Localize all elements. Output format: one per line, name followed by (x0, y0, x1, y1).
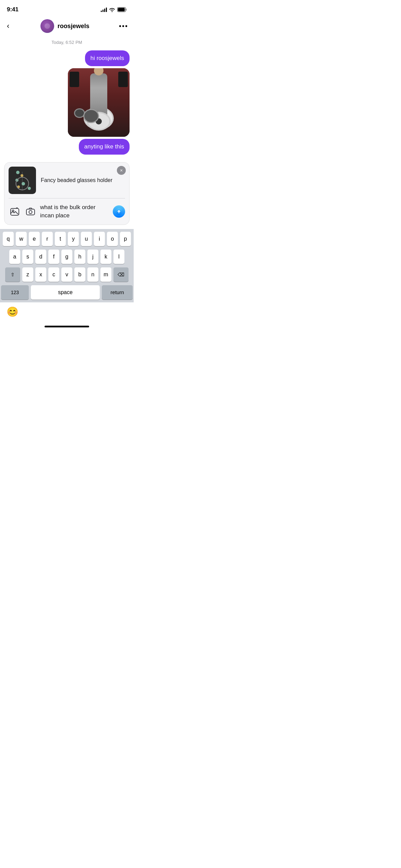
photo-library-button[interactable] (9, 205, 21, 218)
emoji-button[interactable]: 😊 (5, 305, 19, 319)
keyboard-row-2: a s d f g h j k l (1, 250, 133, 264)
key-f[interactable]: f (48, 250, 59, 264)
battery-icon (117, 7, 127, 12)
numbers-key[interactable]: 123 (1, 285, 29, 300)
keyboard-row-3: ⇧ z x c v b n m ⌫ (1, 267, 133, 282)
contact-username[interactable]: roosjewels (58, 23, 89, 30)
message-input[interactable]: what is the bulk order incan place (40, 202, 109, 221)
key-n[interactable]: n (87, 267, 98, 282)
key-p[interactable]: p (120, 232, 131, 246)
key-w[interactable]: w (16, 232, 27, 246)
camera-button[interactable] (24, 205, 37, 218)
timestamp: Today, 6:52 PM (4, 40, 130, 45)
return-key[interactable]: return (102, 285, 133, 300)
send-button[interactable] (113, 205, 125, 218)
chat-area: Today, 6:52 PM hi roosjewels a (0, 36, 134, 157)
key-r[interactable]: r (42, 232, 53, 246)
key-v[interactable]: v (61, 267, 72, 282)
product-info: Fancy beaded glasses holder (36, 177, 125, 184)
sent-message-bubble: hi roosjewels (85, 50, 130, 66)
svg-rect-2 (118, 8, 125, 11)
key-t[interactable]: t (55, 232, 66, 246)
drum-photo (68, 68, 130, 137)
signal-icon (101, 7, 107, 12)
status-time: 9:41 (7, 6, 19, 13)
status-bar: 9:41 (0, 0, 134, 17)
svg-point-6 (29, 210, 32, 214)
keyboard-row-1: q w e r t y u i o p (1, 232, 133, 246)
key-h[interactable]: h (74, 250, 85, 264)
key-l[interactable]: l (113, 250, 124, 264)
keyboard: q w e r t y u i o p a s d f g h j k l ⇧ … (0, 229, 134, 302)
svg-rect-1 (126, 9, 127, 11)
key-g[interactable]: g (61, 250, 72, 264)
key-m[interactable]: m (100, 267, 111, 282)
message-row: hi roosjewels (4, 50, 130, 66)
product-card[interactable]: Fancy beaded glasses holder × what is th… (4, 162, 130, 225)
space-key[interactable]: space (31, 285, 100, 300)
message-input-text: what is the bulk order incan place (40, 204, 96, 219)
key-c[interactable]: c (48, 267, 59, 282)
key-q[interactable]: q (3, 232, 14, 246)
key-i[interactable]: i (94, 232, 105, 246)
product-card-inner: Fancy beaded glasses holder × (4, 162, 129, 198)
photo-library-icon (10, 207, 20, 216)
home-indicator (45, 326, 89, 327)
message-row (4, 68, 130, 137)
key-y[interactable]: y (68, 232, 79, 246)
keyboard-row-4: 123 space return (1, 285, 133, 300)
wifi-icon (109, 7, 115, 12)
product-thumbnail (9, 167, 36, 194)
key-d[interactable]: d (35, 250, 46, 264)
key-e[interactable]: e (29, 232, 40, 246)
status-icons (101, 7, 127, 12)
nav-bar: ‹ roosjewels ••• (0, 17, 134, 36)
svg-rect-5 (26, 209, 35, 215)
shift-key[interactable]: ⇧ (5, 267, 20, 282)
home-indicator-area (0, 326, 134, 330)
input-area: what is the bulk order incan place (4, 198, 129, 225)
close-product-button[interactable]: × (117, 166, 126, 175)
key-z[interactable]: z (22, 267, 33, 282)
nav-center: roosjewels (40, 19, 89, 33)
product-title: Fancy beaded glasses holder (41, 177, 112, 183)
sent-image-bubble[interactable] (68, 68, 130, 137)
delete-key[interactable]: ⌫ (113, 267, 129, 282)
key-o[interactable]: o (107, 232, 118, 246)
key-b[interactable]: b (74, 267, 85, 282)
key-k[interactable]: k (100, 250, 111, 264)
key-u[interactable]: u (81, 232, 92, 246)
more-options-button[interactable]: ••• (119, 22, 128, 30)
send-icon (116, 208, 122, 215)
message-text: hi roosjewels (90, 55, 124, 61)
back-button[interactable]: ‹ (5, 20, 11, 32)
message-text: anyting like this (84, 143, 124, 150)
key-x[interactable]: x (35, 267, 46, 282)
avatar[interactable] (40, 19, 54, 33)
key-s[interactable]: s (22, 250, 33, 264)
keyboard-bottom: 😊 (0, 302, 134, 326)
message-row: anyting like this (4, 139, 130, 155)
sent-message-bubble: anyting like this (79, 139, 130, 155)
camera-icon (26, 207, 35, 216)
key-a[interactable]: a (9, 250, 20, 264)
key-j[interactable]: j (87, 250, 98, 264)
